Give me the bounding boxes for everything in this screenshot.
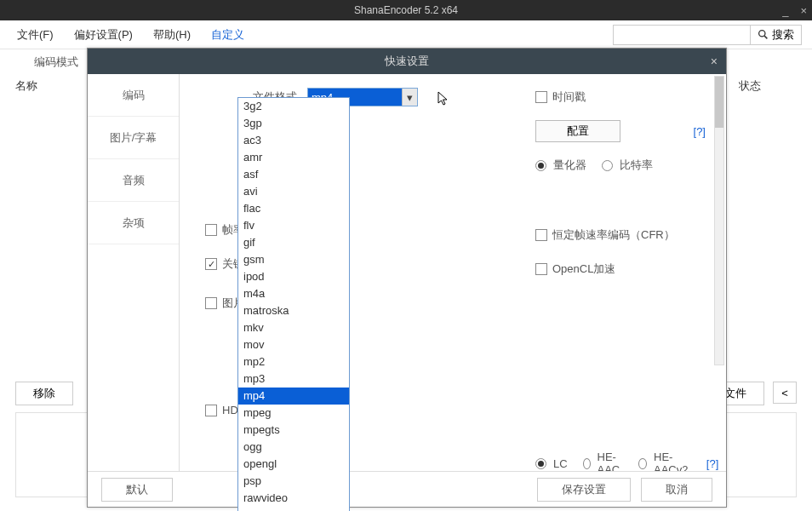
radio-icon [535, 160, 546, 171]
scrollbar-thumb[interactable] [715, 77, 723, 128]
dropdown-option-rawvideo[interactable]: rawvideo [238, 490, 349, 507]
cfr-label: 恒定帧速率编码（CFR） [552, 227, 675, 243]
search-input[interactable] [614, 26, 750, 44]
search-icon [758, 29, 769, 40]
dropdown-option-flac[interactable]: flac [238, 200, 349, 217]
dropdown-option-matroska[interactable]: matroska [238, 302, 349, 319]
window-titlebar: ShanaEncoder 5.2 x64 _ × [0, 0, 812, 20]
timestamp-checkbox[interactable] [535, 91, 547, 103]
opencl-checkbox[interactable] [535, 263, 547, 275]
cfr-checkbox[interactable] [535, 229, 547, 241]
dropdown-option-mpeg[interactable]: mpeg [238, 405, 349, 422]
quantizer-label: 量化器 [553, 158, 586, 173]
status-column-label: 状态 [739, 78, 761, 94]
search-box: 搜索 [613, 25, 802, 45]
dropdown-option-amr[interactable]: amr [238, 149, 349, 166]
svg-point-0 [759, 31, 765, 37]
dialog-scrollbar[interactable] [714, 76, 724, 365]
save-settings-button[interactable]: 保存设置 [537, 478, 631, 502]
dropdown-option-m4a[interactable]: m4a [238, 285, 349, 302]
hdr-checkbox[interactable] [205, 405, 217, 416]
menu-file[interactable]: 文件(F) [10, 24, 60, 46]
tab-audio[interactable]: 音频 [88, 159, 179, 202]
keyframe-checkbox[interactable] [205, 258, 217, 270]
dialog-close-button[interactable]: × [711, 55, 718, 68]
combo-dropdown-button[interactable]: ▾ [402, 89, 417, 106]
dropdown-option-asf[interactable]: asf [238, 166, 349, 183]
dropdown-option-spx[interactable]: spx [238, 507, 349, 511]
cancel-button[interactable]: 取消 [641, 478, 712, 502]
dropdown-option-mov[interactable]: mov [238, 336, 349, 353]
bitrate-radio[interactable]: 比特率 [602, 158, 653, 173]
dropdown-option-ac3[interactable]: ac3 [238, 132, 349, 149]
dialog-titlebar: 快速设置 × [88, 49, 726, 74]
minimize-button[interactable]: _ [782, 4, 788, 17]
dropdown-option-opengl[interactable]: opengl [238, 456, 349, 473]
dropdown-option-ipod[interactable]: ipod [238, 268, 349, 285]
menu-prefs[interactable]: 偏好设置(P) [67, 24, 140, 46]
dialog-sidebar: 编码 图片/字幕 音频 杂项 [88, 74, 180, 471]
radio-icon [602, 160, 613, 171]
radio-icon [638, 458, 647, 469]
dropdown-option-avi[interactable]: avi [238, 183, 349, 200]
timestamp-label: 时间戳 [552, 89, 586, 105]
dialog-title: 快速设置 [385, 54, 429, 69]
heaacv2-label: HE-AACv2 [654, 451, 691, 471]
svg-line-1 [764, 36, 767, 38]
opencl-label: OpenCL加速 [552, 261, 615, 277]
window-title: ShanaEncoder 5.2 x64 [354, 4, 458, 16]
close-button[interactable]: × [800, 4, 807, 17]
encode-mode-label: 编码模式 [34, 55, 78, 70]
heaac-radio[interactable]: HE-AAC [583, 451, 624, 471]
tab-pic-sub[interactable]: 图片/字幕 [88, 117, 179, 159]
file-format-dropdown[interactable]: 3g23gpac3amrasfaviflacflvgifgsmipodm4ama… [237, 97, 350, 511]
menubar: 文件(F) 偏好设置(P) 帮助(H) 自定义 搜索 [0, 20, 812, 49]
remove-button[interactable]: 移除 [15, 382, 73, 405]
search-button-label: 搜索 [772, 27, 794, 43]
dropdown-option-3g2[interactable]: 3g2 [238, 98, 349, 115]
search-button[interactable]: 搜索 [750, 26, 801, 44]
dropdown-option-gif[interactable]: gif [238, 234, 349, 251]
dropdown-option-mp4[interactable]: mp4 [238, 388, 349, 405]
fps-checkbox[interactable] [205, 224, 217, 236]
dropdown-option-gsm[interactable]: gsm [238, 251, 349, 268]
quick-settings-dialog: 快速设置 × 编码 图片/字幕 音频 杂项 文件格式 mp4 ▾ 编解码器 [87, 48, 727, 508]
lc-radio[interactable]: LC [535, 457, 568, 470]
chevron-down-icon: ▾ [407, 91, 413, 104]
bitrate-label: 比特率 [620, 158, 653, 173]
help-link-1[interactable]: [?] [694, 125, 706, 138]
tab-encode[interactable]: 编码 [88, 74, 179, 117]
config-button[interactable]: 配置 [535, 120, 620, 142]
dropdown-option-3gp[interactable]: 3gp [238, 115, 349, 132]
dropdown-option-flv[interactable]: flv [238, 217, 349, 234]
dropdown-option-mp2[interactable]: mp2 [238, 353, 349, 370]
heaac-label: HE-AAC [598, 451, 624, 471]
default-button[interactable]: 默认 [101, 478, 173, 502]
dropdown-option-mpegts[interactable]: mpegts [238, 422, 349, 439]
tab-misc[interactable]: 杂项 [88, 202, 179, 244]
help-link-2[interactable]: [?] [706, 457, 718, 470]
dropdown-option-mkv[interactable]: mkv [238, 319, 349, 336]
quantizer-radio[interactable]: 量化器 [535, 158, 586, 173]
dropdown-option-psp[interactable]: psp [238, 473, 349, 490]
dialog-footer: 默认 保存设置 取消 [88, 471, 726, 507]
pic-size-checkbox[interactable] [205, 297, 217, 309]
menu-custom[interactable]: 自定义 [204, 24, 251, 46]
dropdown-option-mp3[interactable]: mp3 [238, 370, 349, 388]
back-button[interactable]: < [773, 382, 797, 404]
dropdown-option-ogg[interactable]: ogg [238, 439, 349, 456]
radio-icon [535, 458, 546, 469]
lc-label: LC [553, 457, 568, 470]
heaacv2-radio[interactable]: HE-AACv2 [638, 451, 690, 471]
radio-icon [583, 458, 591, 469]
menu-help[interactable]: 帮助(H) [146, 24, 197, 46]
